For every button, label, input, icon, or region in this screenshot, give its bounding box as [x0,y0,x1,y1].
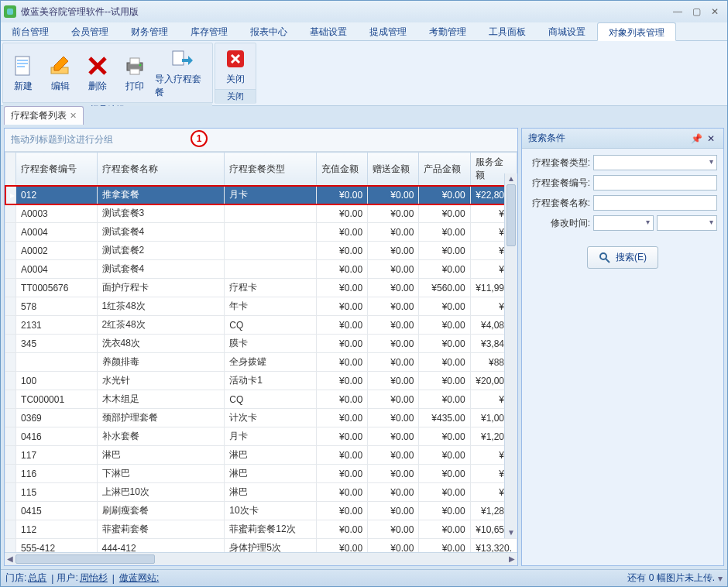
group-by-hint[interactable]: 拖动列标题到这进行分组 1 [5,129,517,152]
menu-tab[interactable]: 对象列表管理 [597,22,676,41]
cell: ¥0.00 [419,242,470,260]
scroll-left-icon[interactable]: ◀ [5,553,15,565]
column-header[interactable]: 赠送金额 [368,153,419,186]
cell: ¥0.00 [316,204,367,223]
tab-close-icon[interactable]: ✕ [70,111,77,121]
status-site-link[interactable]: 傲蓝网站: [119,572,159,585]
panel-close-icon[interactable]: ✕ [705,133,717,144]
scroll-thumb[interactable] [15,554,155,564]
column-header[interactable]: 产品金额 [419,153,470,186]
print-button[interactable]: 打印 [116,45,153,101]
cell: ¥0.00 [368,483,419,502]
delete-button[interactable]: 删除 [79,45,116,101]
time-to-combo[interactable] [657,215,717,231]
menu-tab[interactable]: 财务管理 [120,22,180,40]
table-row[interactable]: TC000001木木组足CQ¥0.00¥0.00¥0.00¥0. [5,390,517,409]
status-user-link[interactable]: 周怡杉 [80,572,108,585]
delete-icon [85,53,110,78]
table-row[interactable]: 5781红茶48次年卡¥0.00¥0.00¥0.00¥0. [5,297,517,316]
cell: 全身拨罐 [225,353,317,372]
table-row[interactable]: 0369颈部护理套餐计次卡¥0.00¥0.00¥435.00¥1,000. [5,409,517,427]
cell: 10次卡 [225,502,317,520]
status-user-label: 用户: [57,572,77,585]
svg-rect-10 [130,69,139,74]
menu-tab[interactable]: 考勤管理 [418,22,478,40]
column-header[interactable]: 疗程套餐编号 [16,153,97,186]
search-button[interactable]: 搜索(E) [587,246,658,269]
table-row[interactable]: A0003测试套餐3¥0.00¥0.00¥0.00¥0. [5,204,517,223]
svg-rect-9 [130,58,139,64]
menu-tab[interactable]: 工具面板 [478,22,537,40]
edit-button[interactable]: 编辑 [42,45,79,101]
cell: 木木组足 [97,390,225,409]
pin-icon[interactable]: 📌 [689,133,705,144]
table-row[interactable]: 345洗衣48次膜卡¥0.00¥0.00¥0.00¥3,840. [5,335,517,353]
table-row[interactable]: A0004测试套餐4¥0.00¥0.00¥0.00¥0. [5,223,517,242]
table-row[interactable]: A0004测试套餐4¥0.00¥0.00¥0.00¥0. [5,260,517,279]
name-input[interactable] [593,195,717,211]
data-grid[interactable]: 疗程套餐编号疗程套餐名称疗程套餐类型充值金额赠送金额产品金额服务金额 ▸012推… [5,152,517,552]
cell: 身体护理5次 [225,539,317,553]
menu-tab[interactable]: 会员管理 [60,22,120,40]
type-combo[interactable] [593,155,717,170]
svg-point-11 [139,64,142,66]
doc-tab[interactable]: 疗程套餐列表 ✕ [4,106,84,125]
scroll-thumb[interactable] [507,184,516,246]
table-row[interactable]: 0415刷刷瘦套餐10次卡¥0.00¥0.00¥0.00¥1,280. [5,502,517,520]
table-row[interactable]: 21312红茶48次CQ¥0.00¥0.00¥0.00¥4,080. [5,316,517,335]
table-row[interactable]: A0002测试套餐2¥0.00¥0.00¥0.00¥0. [5,242,517,260]
import-button[interactable]: 导入疗程套餐 [153,45,211,101]
column-header[interactable]: 疗程套餐名称 [97,153,225,186]
table-row[interactable]: 0416补水套餐月卡¥0.00¥0.00¥0.00¥1,200. [5,427,517,446]
horizontal-scrollbar[interactable]: ◀ ▶ [5,552,517,565]
status-store-link[interactable]: 总店 [28,572,46,585]
scroll-right-icon[interactable]: ▶ [507,553,517,565]
table-row[interactable]: ▸012推拿套餐月卡¥0.00¥0.00¥0.00¥22,800. [5,186,517,204]
table-row[interactable]: 100水光针活动卡1¥0.00¥0.00¥0.00¥20,000. [5,372,517,390]
cell: ¥0.00 [316,520,367,539]
table-row[interactable]: 117淋巴淋巴¥0.00¥0.00¥0.00¥0. [5,446,517,465]
menu-tab[interactable]: 库存管理 [180,22,239,40]
scroll-up-icon[interactable]: ▲ [505,173,517,184]
code-input[interactable] [593,175,717,191]
table-row[interactable]: 555-412444-412身体护理5次¥0.00¥0.00¥0.00¥13,3… [5,539,517,553]
time-from-combo[interactable] [593,215,654,231]
column-header[interactable]: 疗程套餐类型 [225,153,317,186]
row-indicator [5,279,16,297]
svg-point-16 [600,253,606,259]
menu-tab[interactable]: 报表中心 [239,22,299,40]
field-label: 疗程套餐编号: [528,177,590,190]
column-header[interactable]: 充值金额 [316,153,367,186]
row-indicator [5,465,16,483]
table-row[interactable]: 112菲蜜莉套餐菲蜜莉套餐12次¥0.00¥0.00¥0.00¥10,656. [5,520,517,539]
table-row[interactable]: 养颜排毒全身拨罐¥0.00¥0.00¥0.00¥888. [5,353,517,372]
new-icon [11,53,36,78]
statusbar: 门店: 总店 | 用户: 周怡杉 | 傲蓝网站: 还有 0 幅图片未上传. ▾ [1,569,727,586]
menu-tab[interactable]: 前台管理 [1,22,60,40]
cell: ¥0.00 [368,353,419,372]
row-indicator: ▸ [5,186,16,204]
scroll-down-icon[interactable]: ▼ [505,527,517,538]
new-button[interactable]: 新建 [5,45,42,101]
table-row[interactable]: TT0005676面护疗程卡疗程卡¥0.00¥0.00¥560.00¥11,99… [5,279,517,297]
vertical-scrollbar[interactable]: ▲ ▼ [504,173,517,538]
table-row[interactable]: 115上淋巴10次淋巴¥0.00¥0.00¥0.00¥0. [5,483,517,502]
field-label: 疗程套餐类型: [528,156,590,170]
menu-tab[interactable]: 商城设置 [537,22,597,40]
close-window-button[interactable]: ✕ [706,5,724,19]
maximize-button[interactable]: ▢ [687,5,706,19]
app-window: 傲蓝美容院管理软件--试用版 — ▢ ✕ 前台管理会员管理财务管理库存管理报表中… [0,0,728,587]
cell: ¥0.00 [419,502,470,520]
minimize-button[interactable]: — [668,5,687,19]
close-tab-button[interactable]: 关闭 [217,45,254,88]
menu-tab[interactable]: 提成管理 [359,22,418,40]
row-indicator [5,446,16,465]
row-indicator [5,483,16,502]
document-tabs: 疗程套餐列表 ✕ [1,106,727,125]
cell: ¥0.00 [368,260,419,279]
cell: 345 [16,335,97,353]
table-row[interactable]: 116下淋巴淋巴¥0.00¥0.00¥0.00¥0. [5,465,517,483]
cell: ¥0.00 [316,539,367,553]
grid-panel: 拖动列标题到这进行分组 1 疗程套餐编号疗程套餐名称疗程套餐类型充值金额赠送金额… [4,128,518,566]
menu-tab[interactable]: 基础设置 [299,22,359,40]
